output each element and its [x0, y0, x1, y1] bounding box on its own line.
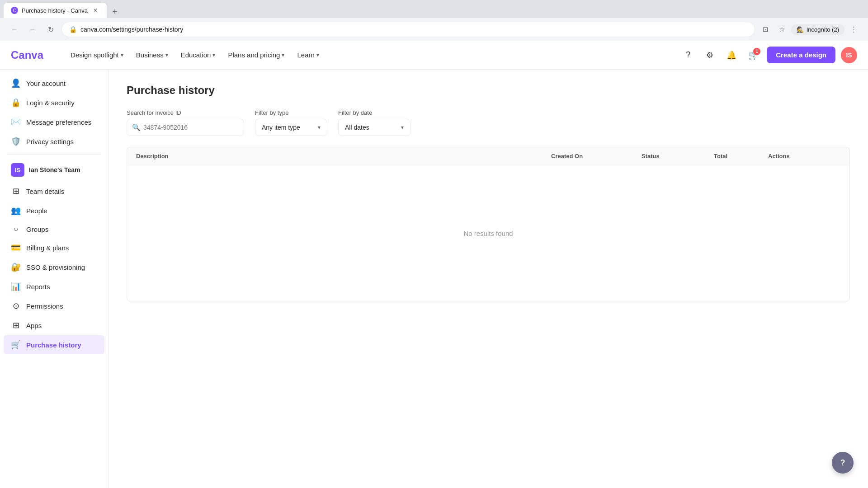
date-filter-group: Filter by date All dates ▾	[338, 109, 410, 136]
tab-close-btn[interactable]: ✕	[91, 6, 99, 14]
back-button[interactable]: ←	[7, 22, 22, 37]
col-status: Status	[642, 153, 714, 160]
logo[interactable]: Canva	[11, 49, 43, 61]
person-icon: 👤	[11, 78, 21, 88]
col-created-on: Created On	[551, 153, 642, 160]
nav-design-spotlight[interactable]: Design spotlight ▾	[65, 47, 129, 62]
people-icon: 👥	[11, 206, 21, 216]
sso-icon: 🔐	[11, 262, 21, 272]
sidebar-item-login-security[interactable]: 🔒 Login & security	[4, 93, 104, 112]
forward-button[interactable]: →	[25, 22, 40, 37]
sidebar-item-label: Billing & plans	[26, 244, 69, 252]
new-tab-button[interactable]: +	[108, 5, 121, 18]
search-input[interactable]	[127, 119, 244, 136]
nav-business[interactable]: Business ▾	[131, 47, 174, 62]
create-design-button[interactable]: Create a design	[767, 47, 835, 63]
sidebar-item-label: Apps	[26, 322, 42, 329]
chevron-down-icon: ▾	[401, 124, 404, 131]
sidebar-item-apps[interactable]: ⊞ Apps	[4, 316, 104, 335]
help-fab-button[interactable]: ?	[832, 452, 854, 474]
reports-icon: 📊	[11, 282, 21, 291]
cast-icon[interactable]: ⊡	[759, 22, 773, 37]
incognito-icon: 🕵	[797, 26, 804, 33]
chevron-down-icon: ▾	[318, 124, 321, 131]
main-area: 👤 Your account 🔒 Login & security ✉️ Mes…	[0, 70, 868, 488]
avatar[interactable]: IS	[841, 47, 857, 63]
cart-button[interactable]: 🛒 1	[745, 47, 761, 63]
groups-icon: ○	[11, 225, 21, 233]
sidebar-item-groups[interactable]: ○ Groups	[4, 221, 104, 238]
sidebar-item-reports[interactable]: 📊 Reports	[4, 277, 104, 296]
browser-tabs: C Purchase history - Canva ✕ +	[0, 0, 868, 18]
col-actions: Actions	[768, 153, 840, 160]
search-filter-group: Search for invoice ID 🔍	[127, 109, 244, 136]
settings-button[interactable]: ⚙	[702, 47, 718, 63]
help-button[interactable]: ?	[680, 47, 696, 63]
nav-education[interactable]: Education ▾	[175, 47, 221, 62]
chevron-down-icon: ▾	[212, 52, 215, 58]
table-body: No results found	[127, 165, 849, 301]
nav-plans-pricing-label: Plans and pricing	[228, 51, 280, 59]
sidebar-item-team-details[interactable]: ⊞ Team details	[4, 182, 104, 201]
sidebar-item-label: SSO & provisioning	[26, 263, 85, 271]
active-tab[interactable]: C Purchase history - Canva ✕	[4, 3, 107, 18]
grid-icon: ⊞	[11, 186, 21, 196]
sidebar-item-label: Team details	[26, 188, 64, 195]
search-icon: 🔍	[132, 123, 141, 131]
sidebar-item-billing-plans[interactable]: 💳 Billing & plans	[4, 238, 104, 257]
billing-icon: 💳	[11, 243, 21, 253]
mail-icon: ✉️	[11, 117, 21, 127]
top-nav: Canva Design spotlight ▾ Business ▾ Educ…	[0, 41, 868, 70]
sidebar-item-permissions[interactable]: ⊙ Permissions	[4, 296, 104, 315]
browser-toolbar: ← → ↻ 🔒 canva.com/settings/purchase-hist…	[0, 18, 868, 41]
sidebar-item-label: Message preferences	[26, 118, 91, 126]
purchase-table: Description Created On Status Total Acti…	[127, 147, 850, 301]
notifications-button[interactable]: 🔔	[723, 47, 740, 63]
address-bar[interactable]: 🔒 canva.com/settings/purchase-history	[61, 22, 755, 37]
sidebar-item-label: Purchase history	[26, 341, 81, 349]
refresh-button[interactable]: ↻	[43, 22, 58, 37]
sidebar-item-sso-provisioning[interactable]: 🔐 SSO & provisioning	[4, 258, 104, 277]
filters-row: Search for invoice ID 🔍 Filter by type A…	[127, 109, 850, 136]
nav-education-label: Education	[181, 51, 211, 59]
team-header: IS Ian Stone's Team	[4, 159, 104, 181]
incognito-button[interactable]: 🕵 Incognito (2)	[791, 24, 844, 35]
sidebar-item-purchase-history[interactable]: 🛒 Purchase history	[4, 335, 104, 354]
team-initial: IS	[15, 167, 20, 174]
nav-actions: ? ⚙ 🔔 🛒 1 Create a design IS	[680, 47, 857, 63]
chevron-down-icon: ▾	[165, 52, 168, 58]
table-header: Description Created On Status Total Acti…	[127, 147, 849, 165]
chevron-down-icon: ▾	[121, 52, 123, 58]
toolbar-actions: ⊡ ☆ 🕵 Incognito (2) ⋮	[759, 22, 861, 37]
sidebar-item-people[interactable]: 👥 People	[4, 201, 104, 220]
no-results-text: No results found	[463, 230, 513, 237]
sidebar-item-label: Your account	[26, 80, 66, 87]
app: Canva Design spotlight ▾ Business ▾ Educ…	[0, 41, 868, 488]
chevron-down-icon: ▾	[282, 52, 284, 58]
sidebar-item-privacy-settings[interactable]: 🛡️ Privacy settings	[4, 132, 104, 151]
browser-chrome: C Purchase history - Canva ✕ + ← → ↻ 🔒 c…	[0, 0, 868, 41]
lock-icon: 🔒	[69, 26, 77, 33]
nav-menu: Design spotlight ▾ Business ▾ Education …	[65, 47, 665, 62]
cart-badge: 1	[753, 48, 760, 55]
sidebar-item-label: Permissions	[26, 302, 63, 310]
bookmark-icon[interactable]: ☆	[775, 22, 789, 37]
nav-learn[interactable]: Learn ▾	[292, 47, 324, 62]
shield-icon: 🛡️	[11, 136, 21, 146]
search-input-wrapper: 🔍	[127, 119, 244, 136]
sidebar-item-message-preferences[interactable]: ✉️ Message preferences	[4, 113, 104, 131]
filter-type-select[interactable]: Any item type ▾	[255, 119, 327, 136]
nav-plans-pricing[interactable]: Plans and pricing ▾	[222, 47, 290, 62]
nav-business-label: Business	[136, 51, 164, 59]
type-filter-group: Filter by type Any item type ▾	[255, 109, 327, 136]
search-label: Search for invoice ID	[127, 109, 244, 116]
incognito-label: Incognito (2)	[807, 26, 839, 33]
lock-icon: 🔒	[11, 98, 21, 108]
nav-learn-label: Learn	[297, 51, 314, 59]
sidebar-divider	[7, 155, 101, 155]
sidebar-item-label: People	[26, 207, 47, 215]
more-options-icon[interactable]: ⋮	[846, 22, 861, 37]
apps-icon: ⊞	[11, 320, 21, 330]
sidebar-item-your-account[interactable]: 👤 Your account	[4, 74, 104, 93]
filter-date-select[interactable]: All dates ▾	[338, 119, 410, 136]
